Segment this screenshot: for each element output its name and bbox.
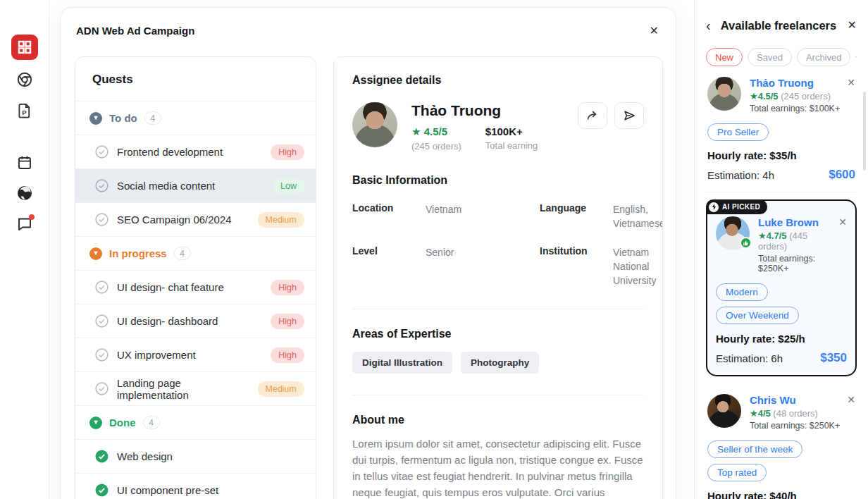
section-todo[interactable]: ▼ To do 4 — [75, 101, 316, 135]
check-circle-icon[interactable] — [95, 145, 108, 159]
section-count-badge: 4 — [174, 247, 191, 260]
check-circle-icon[interactable] — [95, 281, 108, 294]
info-label: Level — [352, 245, 417, 288]
section-label: In progress — [109, 247, 167, 259]
sidebar-item-chat[interactable] — [16, 215, 33, 232]
dismiss-icon[interactable]: ✕ — [838, 216, 847, 273]
quest-label: Frontend development — [117, 146, 262, 158]
quest-item[interactable]: UX improvement High — [75, 338, 316, 371]
quest-label: UX improvement — [117, 349, 262, 361]
share-button[interactable] — [578, 102, 607, 129]
info-value: Senior — [426, 245, 531, 288]
priority-badge: Medium — [258, 212, 304, 228]
check-circle-icon[interactable] — [95, 179, 108, 192]
freelancer-name[interactable]: Luke Brown — [758, 216, 834, 228]
quests-panel: Quests ▼ To do 4 Frontend development Hi… — [75, 56, 316, 499]
app-window: P ADN Web Ad — [0, 0, 868, 499]
chevron-down-icon[interactable]: ▼ — [89, 112, 102, 125]
quest-item[interactable]: Landing page implementation Medium — [75, 371, 316, 405]
sidebar-item-calendar[interactable] — [16, 154, 33, 171]
check-circle-done-icon[interactable] — [95, 450, 108, 463]
assignee-avatar — [352, 102, 397, 147]
quest-item[interactable]: SEO Campaign 06/2024 Medium — [75, 202, 316, 236]
freelancer-tag[interactable]: Over Weekend — [716, 307, 799, 324]
info-label: Location — [352, 202, 417, 231]
quest-label: UI design- dashboard — [117, 315, 262, 327]
check-circle-icon[interactable] — [95, 348, 108, 362]
priority-badge: Medium — [258, 381, 304, 397]
basic-information-grid: Location Vietnam Language English, Vietn… — [352, 202, 644, 288]
freelancer-card-ai-picked[interactable]: AI PICKED Luke Brown ★4.7/5 (445 orders)… — [706, 199, 857, 376]
freelancer-card[interactable]: Thảo Truong ★4.5/5 (245 orders) Total ea… — [706, 66, 857, 192]
send-button[interactable] — [614, 102, 644, 129]
assignee-details-panel: Assignee details Thảo Truong ★ 4.5/5 (24… — [333, 56, 663, 499]
back-chevron-icon[interactable]: ‹ — [706, 18, 711, 32]
freelancer-card[interactable]: Chris Wu ★4/5 (48 orders) Total earnings… — [706, 383, 857, 499]
quest-item-selected[interactable]: Social media content Low — [75, 168, 316, 202]
hourly-rate: Hourly rate: $40/h — [707, 490, 855, 499]
modal-close-button[interactable]: ✕ — [650, 25, 659, 37]
app-sidebar: P — [0, 0, 49, 499]
sidebar-item-web[interactable] — [16, 185, 33, 202]
panel-close-button[interactable]: ✕ — [848, 20, 857, 31]
campaign-modal: ADN Web Ad Campaign ✕ Quests ▼ To do 4 F… — [60, 7, 676, 499]
quest-item[interactable]: UI design- chat feature High — [75, 270, 316, 304]
globe-icon — [16, 185, 33, 202]
freelancer-name[interactable]: Chris Wu — [750, 394, 843, 406]
check-circle-icon[interactable] — [95, 314, 108, 328]
freelancers-title: Available freelancers — [721, 19, 848, 32]
freelancer-avatar — [716, 216, 750, 250]
dismiss-icon[interactable]: ✕ — [847, 77, 855, 113]
panel-scrollbar[interactable] — [863, 92, 866, 171]
star-icon: ★ — [750, 408, 758, 419]
freelancer-avatar — [707, 394, 741, 428]
areas-of-expertise-title: Areas of Expertise — [352, 328, 644, 340]
quest-item-done[interactable]: UI component pre-set — [75, 473, 316, 499]
chevron-down-icon[interactable]: ▼ — [89, 417, 102, 429]
section-in-progress[interactable]: ▼ In progress 4 — [75, 236, 316, 270]
freelancer-tag[interactable]: Seller of the week — [707, 441, 802, 458]
ai-picked-badge: AI PICKED — [706, 199, 767, 214]
quest-item[interactable]: UI design- dashboard High — [75, 304, 316, 338]
star-icon: ★ — [750, 91, 758, 101]
filter-chip-archived[interactable]: Archived — [797, 48, 851, 66]
freelancer-tag[interactable]: Top rated — [707, 464, 767, 481]
filter-chip-new[interactable]: New — [706, 48, 743, 66]
thumbs-up-badge-icon — [740, 237, 752, 249]
section-label: To do — [109, 112, 137, 124]
sidebar-item-files[interactable]: P — [16, 102, 33, 119]
quest-item-done[interactable]: Web design — [75, 439, 316, 473]
check-circle-icon[interactable] — [95, 382, 108, 395]
freelancer-tag[interactable]: Pro Seller — [707, 123, 769, 141]
freelancer-name[interactable]: Thảo Truong — [750, 77, 843, 89]
quest-label: UI component pre-set — [117, 484, 304, 496]
basic-information-title: Basic Information — [352, 174, 644, 187]
sort-icon[interactable] — [855, 53, 857, 61]
estimation: Estimation: 4h — [707, 169, 829, 181]
notification-dot — [29, 214, 35, 220]
chevron-down-icon[interactable]: ▼ — [89, 247, 102, 260]
star-icon: ★ — [758, 230, 767, 241]
quest-label: Social media content — [117, 180, 264, 192]
assignee-earning: $100K+ Total earning — [485, 125, 538, 152]
dismiss-icon[interactable]: ✕ — [847, 394, 855, 431]
about-me-text: Lorem ipsum dolor sit amet, consectetur … — [352, 436, 644, 499]
assignee-rating: ★ 4.5/5 (245 orders) — [411, 125, 461, 152]
expertise-tag[interactable]: Digital Illustration — [352, 352, 452, 374]
assignee-details-title: Assignee details — [352, 74, 644, 87]
priority-badge: High — [271, 280, 304, 295]
info-value: Vietnam National University — [613, 245, 663, 288]
check-circle-done-icon[interactable] — [95, 483, 108, 497]
expertise-tag[interactable]: Photography — [461, 352, 539, 374]
priority-badge: High — [271, 144, 304, 160]
section-done[interactable]: ▼ Done 4 — [75, 405, 316, 439]
hourly-rate: Hourly rate: $25/h — [716, 333, 847, 345]
quest-item[interactable]: Frontend development High — [75, 135, 316, 168]
check-circle-icon[interactable] — [95, 213, 108, 226]
info-value: English, Vietnamese — [613, 202, 663, 231]
sidebar-item-dashboard[interactable] — [11, 35, 38, 60]
freelancer-tag[interactable]: Modern — [716, 283, 768, 301]
sidebar-item-browser[interactable] — [16, 71, 33, 88]
file-p-icon: P — [16, 102, 33, 119]
filter-chip-saved[interactable]: Saved — [748, 48, 792, 66]
